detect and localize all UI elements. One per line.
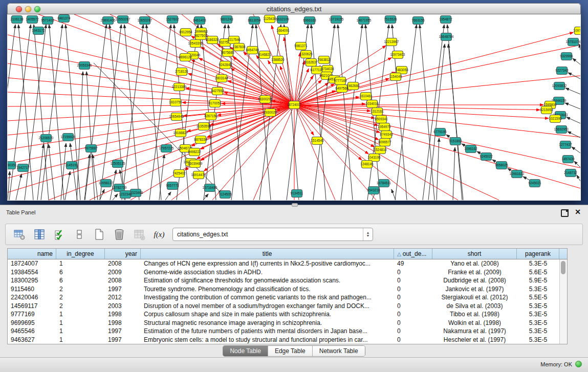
row-toggle-icon[interactable] [73, 228, 86, 241]
cited-node[interactable]: 1021595 [549, 115, 562, 123]
column-header-out_de[interactable]: △out_de... [394, 249, 432, 259]
cited-node[interactable]: 9146821 [258, 51, 271, 59]
cited-node[interactable]: 1320625 [299, 51, 313, 58]
cited-node[interactable]: 9777169 [334, 77, 347, 85]
cited-node[interactable]: 10973403 [390, 51, 405, 59]
table-row[interactable]: 1830029562008Estimation of significance … [8, 276, 567, 285]
column-header-name[interactable]: name [8, 249, 56, 259]
table-row[interactable]: 946554611997Estimation of the future num… [8, 327, 567, 336]
cited-node[interactable]: 8186328 [206, 36, 219, 44]
tab-edge-table[interactable]: Edge Table [268, 346, 312, 356]
cited-node[interactable]: 8509341 [375, 116, 388, 123]
cited-node[interactable]: 1097343 [573, 27, 580, 35]
cited-node[interactable]: 2217546 [227, 36, 241, 44]
cited-node[interactable]: 9170051 [208, 100, 222, 107]
float-panel-icon[interactable] [561, 209, 569, 217]
cited-node[interactable]: 8427552 [211, 87, 224, 95]
graph-node[interactable]: 1527602 [166, 16, 179, 24]
cited-node[interactable]: 9827503 [194, 32, 207, 40]
graph-node[interactable]: 8461374 [57, 15, 71, 23]
graph-node[interactable]: 6632109 [276, 16, 289, 24]
cited-node[interactable]: 10654945 [169, 113, 184, 121]
graph-node[interactable]: 9543210 [367, 187, 380, 194]
tab-node-table[interactable]: Node Table [223, 346, 268, 356]
graph-node[interactable]: 17957225 [159, 145, 174, 152]
graph-node[interactable]: 9657771 [166, 182, 179, 190]
graph-node[interactable]: 9190351 [8, 162, 17, 169]
graph-node[interactable]: 9227343 [555, 67, 569, 75]
graph-node[interactable]: 9601243 [220, 16, 233, 24]
cited-node[interactable]: 18300295 [258, 96, 273, 103]
cited-node[interactable]: 1125430 [264, 15, 276, 23]
cited-node[interactable]: 16914479 [191, 171, 206, 179]
memory-indicator[interactable]: Memory: OK [540, 361, 582, 367]
cited-node[interactable]: 7462660 [346, 82, 360, 90]
cited-node[interactable]: 9162637 [304, 59, 318, 67]
combobox-arrows-icon[interactable]: ▲▼ [363, 228, 373, 240]
cited-node[interactable]: 8878334 [194, 136, 207, 144]
graph-node[interactable]: 20891406 [101, 17, 116, 25]
close-panel-icon[interactable]: ✕ [575, 208, 581, 216]
column-header-in_degree[interactable]: in_degree [56, 249, 105, 259]
graph-node[interactable]: 6966163 [303, 17, 316, 25]
cited-node[interactable]: 8912954 [179, 29, 192, 36]
cited-node[interactable]: 8454749 [246, 47, 259, 54]
graph-node[interactable]: 2148732 [564, 169, 577, 177]
table-settings-icon[interactable] [13, 228, 26, 241]
graph-node[interactable]: 12093832 [552, 82, 567, 90]
graph-node[interactable]: 2106138 [10, 16, 24, 24]
graph-node[interactable]: 12505135 [111, 160, 125, 168]
cited-node[interactable]: 9896120 [179, 54, 192, 61]
cited-node[interactable]: 2367608 [232, 43, 246, 51]
graph-node[interactable]: 7663155 [411, 17, 425, 25]
graph-node[interactable]: 10653287 [138, 17, 153, 25]
graph-node[interactable]: 7515526 [384, 16, 397, 24]
cited-node[interactable]: 9498222 [188, 148, 201, 156]
cited-node[interactable]: 6497568 [335, 85, 349, 93]
cited-node[interactable]: 8749343 [380, 131, 393, 139]
cited-node[interactable]: 1034016 [365, 100, 379, 108]
graph-node[interactable]: 10961622 [510, 170, 525, 178]
graph-node[interactable]: 1096162 [464, 145, 477, 153]
cited-node[interactable]: 1154049 [389, 73, 402, 81]
cited-node[interactable]: 10543392 [188, 40, 203, 48]
graph-node[interactable]: 20053346 [77, 62, 92, 70]
graph-node[interactable]: 9658025 [495, 162, 508, 169]
table-row[interactable]: 969969511998Structural magnetic resonanc… [8, 319, 567, 327]
graph-node[interactable]: 9134511 [291, 190, 303, 198]
scrollbar-thumb[interactable] [561, 261, 565, 274]
cited-node[interactable]: 1588520 [271, 56, 285, 64]
graph-node[interactable]: 1954872 [439, 16, 452, 24]
graph-node[interactable]: 14671955 [357, 17, 372, 25]
cited-node[interactable]: 16039489 [188, 160, 203, 168]
cited-node[interactable]: 19166827 [173, 129, 188, 137]
graph-node[interactable]: 9571403 [41, 17, 54, 25]
table-row[interactable]: 1872400712008Changes of HCN gene express… [8, 259, 567, 268]
cited-node[interactable]: 1664091 [276, 27, 290, 35]
cited-node[interactable]: 1524810 [374, 146, 387, 154]
graph-node[interactable]: 9245022 [480, 153, 493, 161]
table-row[interactable]: 911546021997Tourette syndrome. Phenomeno… [8, 285, 567, 294]
window-titlebar[interactable]: citations_edges.txt [7, 3, 581, 14]
cited-node[interactable]: 2930029 [264, 109, 277, 117]
vertical-scrollbar[interactable] [559, 259, 567, 344]
column-header-pagerank[interactable]: pagerank [517, 249, 559, 259]
select-rows-icon[interactable] [53, 228, 66, 241]
cited-node[interactable]: 9242845 [219, 61, 232, 69]
graph-node[interactable]: 9151862 [449, 138, 462, 145]
graph-node[interactable]: 1232346 [119, 191, 132, 199]
graph-node[interactable]: 10719155 [329, 16, 344, 24]
graph-node[interactable]: 15716485 [203, 184, 217, 192]
table-row[interactable]: 1938455462009Genome-wide association stu… [8, 268, 567, 277]
cited-node[interactable]: 5981371 [294, 42, 308, 50]
graph-node[interactable]: 10958137 [99, 180, 114, 187]
graph-node[interactable]: 15692951 [554, 126, 569, 134]
graph-node[interactable]: 1145191 [66, 162, 78, 169]
graph-node[interactable]: 1457439 [561, 156, 575, 163]
function-icon[interactable]: f(x) [153, 228, 166, 241]
cited-node[interactable]: 7663812 [317, 56, 331, 64]
column-header-title[interactable]: title [141, 249, 394, 259]
cited-node[interactable]: 12213389 [172, 83, 187, 91]
graph-node[interactable]: 10553287 [116, 16, 130, 24]
graph-node[interactable]: 16648784 [439, 33, 454, 41]
